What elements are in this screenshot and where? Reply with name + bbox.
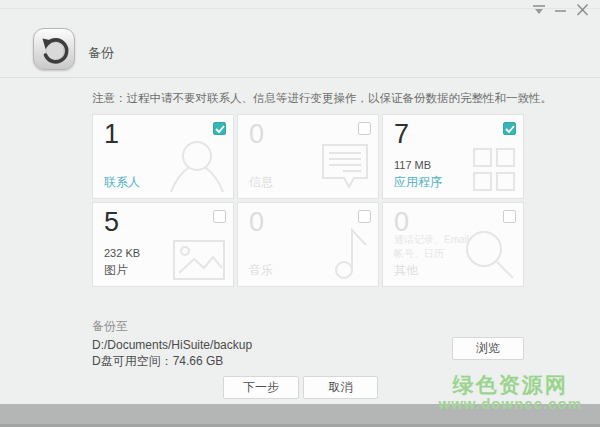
messages-meta: 信息 bbox=[249, 174, 273, 191]
messages-label: 信息 bbox=[249, 174, 273, 191]
window-top-edge bbox=[0, 8, 600, 9]
search-icon bbox=[463, 228, 515, 280]
pictures-size: 232 KB bbox=[104, 247, 140, 259]
tile-other[interactable]: 0 通话记录、Email帐号、日历 其他 bbox=[382, 202, 524, 287]
apps-checkbox[interactable] bbox=[503, 122, 516, 135]
watermark-site-name: 绿色资源网 bbox=[439, 373, 582, 396]
contacts-label: 联系人 bbox=[104, 174, 140, 191]
tile-messages[interactable]: 0 信息 bbox=[237, 114, 379, 199]
page-title: 备份 bbox=[88, 44, 114, 62]
apps-icon bbox=[473, 148, 515, 192]
contacts-checkbox[interactable] bbox=[213, 122, 226, 135]
backup-window: 备份 注意：过程中请不要对联系人、信息等进行变更操作，以保证备份数据的完整性和一… bbox=[0, 0, 600, 427]
messages-count: 0 bbox=[249, 119, 264, 150]
notice-text: 注意：过程中请不要对联系人、信息等进行变更操作，以保证备份数据的完整性和一致性。 bbox=[92, 91, 552, 106]
header-separator bbox=[0, 77, 600, 78]
backup-to-label: 备份至 bbox=[92, 318, 128, 335]
check-icon bbox=[215, 125, 225, 133]
backup-items-grid: 1 联系人 0 信息 bbox=[92, 114, 524, 287]
watermark: 绿色资源网 www.downcc.com bbox=[439, 373, 582, 413]
drive-free-space: D盘可用空间：74.66 GB bbox=[92, 353, 223, 370]
check-icon bbox=[505, 125, 515, 133]
pictures-count: 5 bbox=[104, 207, 119, 238]
contacts-meta: 联系人 bbox=[104, 174, 140, 191]
tile-contacts[interactable]: 1 联系人 bbox=[92, 114, 234, 199]
next-button[interactable]: 下一步 bbox=[223, 376, 299, 399]
apps-size: 117 MB bbox=[394, 159, 442, 171]
picture-icon bbox=[173, 240, 225, 280]
backup-path: D:/Documents/HiSuite/backup bbox=[92, 338, 252, 352]
tile-apps[interactable]: 7 117 MB 应用程序 bbox=[382, 114, 524, 199]
music-meta: 音乐 bbox=[249, 262, 273, 279]
apps-label: 应用程序 bbox=[394, 174, 442, 191]
menu-icon[interactable] bbox=[531, 3, 546, 17]
music-icon bbox=[332, 226, 370, 280]
pictures-meta: 232 KB 图片 bbox=[104, 247, 140, 279]
browse-button[interactable]: 浏览 bbox=[452, 337, 524, 360]
apps-count: 7 bbox=[394, 119, 409, 150]
contacts-icon bbox=[167, 136, 225, 192]
apps-meta: 117 MB 应用程序 bbox=[394, 159, 442, 191]
contacts-count: 1 bbox=[104, 119, 119, 150]
music-checkbox[interactable] bbox=[358, 210, 371, 223]
window-controls bbox=[531, 3, 590, 17]
pictures-checkbox[interactable] bbox=[213, 210, 226, 223]
close-icon[interactable] bbox=[575, 3, 590, 17]
music-label: 音乐 bbox=[249, 262, 273, 279]
music-count: 0 bbox=[249, 207, 264, 238]
tile-music[interactable]: 0 音乐 bbox=[237, 202, 379, 287]
other-checkbox[interactable] bbox=[503, 210, 516, 223]
backup-app-icon bbox=[33, 28, 75, 70]
messages-checkbox[interactable] bbox=[358, 122, 371, 135]
pictures-label: 图片 bbox=[104, 262, 140, 279]
watermark-site-url: www.downcc.com bbox=[439, 396, 582, 413]
minimize-icon[interactable] bbox=[553, 3, 568, 17]
tile-pictures[interactable]: 5 232 KB 图片 bbox=[92, 202, 234, 287]
message-icon bbox=[320, 142, 370, 192]
cancel-button[interactable]: 取消 bbox=[303, 376, 378, 399]
